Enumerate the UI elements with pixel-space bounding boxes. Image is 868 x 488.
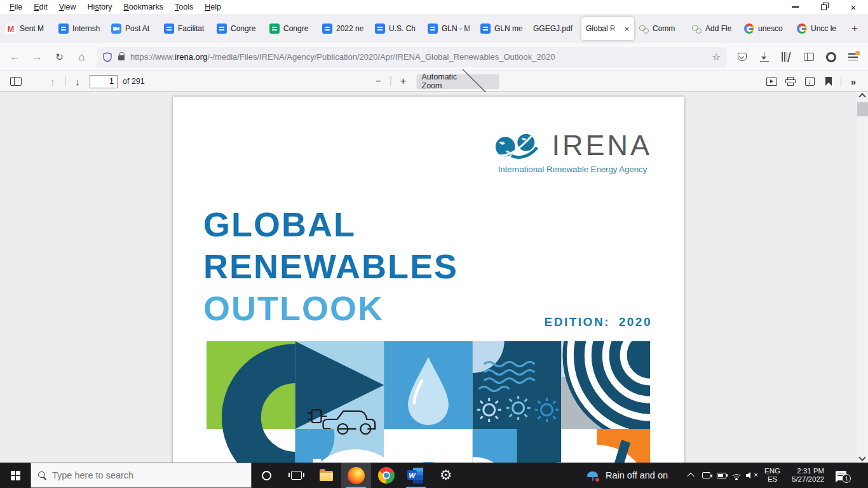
network-button[interactable] [729,463,744,488]
tab-gln-m[interactable]: GLN - M [423,17,476,40]
menu-bookmarks[interactable]: Bookmarks [118,2,170,12]
menu-tools[interactable]: Tools [169,2,199,12]
bookmark-icon [825,77,832,86]
tab-close-icon[interactable]: × [623,24,630,34]
scroll-down-icon[interactable] [858,454,865,461]
zoom-out-button[interactable]: − [369,73,388,90]
report-title: GLOBAL RENEWABLES OUTLOOK [203,203,458,329]
arrow-up-icon: ↑ [50,76,55,87]
tab-post-attendance[interactable]: Post At [107,17,159,40]
tab-global-renewables-active[interactable]: Global R× [581,17,634,40]
settings-button[interactable]: ⚙ [431,463,461,488]
folder-icon [320,471,333,481]
presentation-mode-button[interactable] [762,73,781,90]
more-tools-button[interactable]: » [844,73,863,90]
new-tab-button[interactable]: + [845,19,864,38]
forward-button[interactable]: → [26,46,48,68]
action-center-button[interactable]: 1 [836,471,846,480]
tab-2022-ne[interactable]: 2022 ne [318,17,370,40]
google-docs-icon [322,24,332,34]
battery-icon [717,473,726,478]
menu-help[interactable]: Help [199,2,227,12]
tracking-shield-icon[interactable] [103,52,112,62]
task-view-button[interactable] [281,463,311,488]
lock-icon[interactable] [118,55,125,60]
zoom-select[interactable]: Automatic Zoom [417,74,499,89]
google-docs-icon [58,24,69,34]
firefox-button[interactable] [341,463,371,488]
title-line-2: RENEWABLES [203,245,458,287]
minimize-button[interactable] [780,0,810,14]
library-button[interactable] [775,46,797,68]
bookmark-star-icon[interactable]: ☆ [712,51,721,63]
downloads-button[interactable] [753,46,775,68]
save-button[interactable]: ↓ [800,73,819,90]
chrome-button[interactable] [371,463,401,488]
tab-comm[interactable]: Comm [634,17,687,40]
scrollbar-thumb[interactable] [857,102,868,116]
google-docs-icon [164,24,174,34]
menu-view[interactable]: View [53,2,82,12]
tab-facilitation[interactable]: Facilitat [159,17,212,40]
tab-sent-mail[interactable]: Sent M [1,17,54,40]
pdf-sidebar-toggle[interactable] [6,73,25,90]
pocket-button[interactable] [731,46,753,68]
tab-congress-sheet[interactable]: Congre [265,17,318,40]
zoom-in-button[interactable]: + [394,73,413,90]
page-number-input[interactable] [90,75,118,88]
language-line1: ENG [764,467,780,476]
taskbar-clock[interactable]: 2:31 PM 5/27/2022 [785,467,831,484]
irena-globes-icon [493,128,545,163]
cortana-button[interactable] [252,463,281,488]
start-button[interactable] [0,463,31,488]
pdf-viewer: IRENA International Renewable Energy Age… [0,92,868,488]
vertical-scrollbar[interactable] [857,92,868,488]
tab-uncc[interactable]: Uncc le [792,17,845,40]
home-button[interactable]: ⌂ [71,46,93,68]
window-controls: × [780,0,868,14]
taskbar-search[interactable] [31,463,252,488]
app-menu-button[interactable] [842,46,864,68]
tab-congress-doc[interactable]: Congre [212,17,265,40]
tab-ggegj-pdf[interactable]: GGEGJ.pdf [529,17,581,40]
back-button[interactable]: ← [4,46,26,68]
print-button[interactable] [781,73,800,90]
taskbar-weather[interactable]: Rain off and on [580,463,674,488]
menu-file[interactable]: File [4,2,28,12]
search-input[interactable] [52,470,244,480]
volume-button[interactable]: × [744,463,759,488]
file-explorer-button[interactable] [311,463,341,488]
tab-us-ch[interactable]: U.S. Ch [370,17,423,40]
close-button[interactable]: × [839,0,868,14]
current-view-button[interactable] [819,73,838,90]
double-chevron-icon: » [851,76,856,87]
tab-internship[interactable]: Internsh [54,17,107,40]
scroll-up-icon[interactable] [858,93,865,100]
irena-logo-text: IRENA [552,129,652,162]
battery-button[interactable] [714,463,729,488]
chevron-up-icon [687,473,694,480]
tab-unesco[interactable]: unesco [740,17,792,40]
previous-page-button[interactable]: ↑ [43,73,62,90]
plus-icon: + [400,76,406,87]
zoom-select-value: Automatic Zoom [422,72,458,90]
menu-edit[interactable]: Edit [28,2,53,12]
extension-button[interactable] [820,46,842,68]
language-indicator[interactable]: ENG ES [759,467,785,484]
word-button[interactable]: W [401,463,431,488]
library-icon [782,52,791,62]
meet-now-button[interactable] [698,463,714,488]
home-icon: ⌂ [78,51,85,64]
show-hidden-icons-button[interactable] [683,463,698,488]
address-bar[interactable]: https://www.irena.org/-/media/Files/IREN… [97,47,727,67]
menu-history[interactable]: History [82,2,118,12]
system-tray: × ENG ES 2:31 PM 5/27/2022 1 [683,463,855,488]
irena-logo-subtitle: International Renewable Energy Agency [493,165,652,174]
tab-gln-me[interactable]: GLN me [476,17,529,40]
sidebars-button[interactable] [797,46,820,68]
chrome-icon [378,467,395,484]
reload-button[interactable]: ↻ [48,46,71,68]
next-page-button[interactable]: ↓ [68,73,87,90]
tab-add-fle[interactable]: Add Fle [687,17,740,40]
restore-button[interactable] [810,0,839,14]
